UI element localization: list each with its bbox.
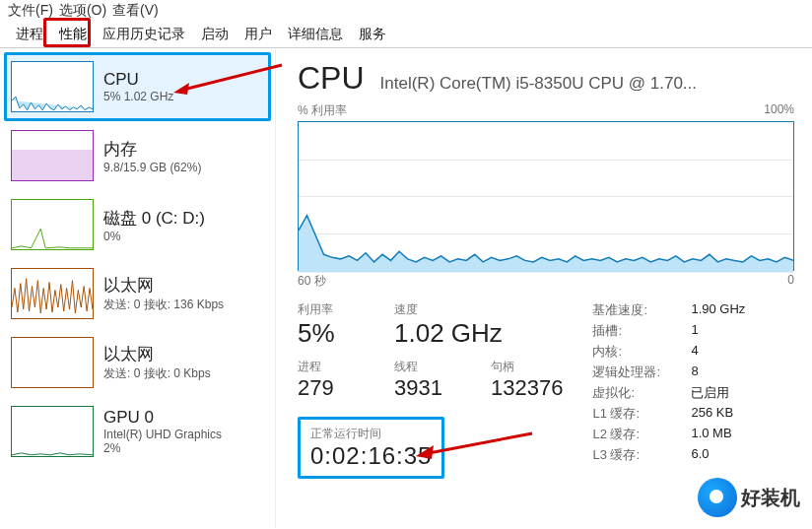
sockets-label: 插槽: bbox=[592, 322, 691, 340]
util-value: 5% bbox=[298, 318, 367, 349]
eth2-title: 以太网 bbox=[103, 343, 211, 365]
cores-label: 内核: bbox=[592, 343, 691, 361]
l3-val: 6.0 bbox=[691, 446, 709, 464]
gpu-sub2: 2% bbox=[103, 441, 222, 455]
l2-label: L2 缓存: bbox=[592, 426, 691, 443]
thread-label: 线程 bbox=[394, 359, 463, 375]
sidebar-item-ethernet-1[interactable]: 以太网 发送: 0 接收: 136 Kbps bbox=[4, 259, 271, 328]
tab-services[interactable]: 服务 bbox=[351, 22, 394, 47]
watermark-icon bbox=[698, 478, 737, 517]
gpu-mini-graph bbox=[11, 406, 94, 457]
sidebar-item-memory[interactable]: 内存 9.8/15.9 GB (62%) bbox=[4, 121, 271, 190]
util-label: 利用率 bbox=[298, 301, 367, 318]
base-label: 基准速度: bbox=[592, 301, 691, 319]
tab-startup[interactable]: 启动 bbox=[193, 22, 237, 47]
sidebar: CPU 5% 1.02 GHz 内存 9.8/15.9 GB (62%) 磁盘 … bbox=[0, 48, 276, 528]
sidebar-item-cpu[interactable]: CPU 5% 1.02 GHz bbox=[4, 52, 271, 121]
l3-label: L3 缓存: bbox=[592, 446, 691, 464]
sidebar-item-gpu[interactable]: GPU 0 Intel(R) UHD Graphics 2% bbox=[4, 397, 271, 466]
uptime-label: 正常运行时间 bbox=[310, 426, 432, 442]
disk-mini-graph bbox=[11, 199, 94, 250]
tab-performance[interactable]: 性能 bbox=[51, 22, 95, 47]
menubar: 文件(F) 选项(O) 查看(V) bbox=[0, 0, 812, 22]
tab-users[interactable]: 用户 bbox=[237, 22, 280, 47]
eth2-sub: 发送: 0 接收: 0 Kbps bbox=[103, 365, 211, 382]
cpu-sub: 5% 1.02 GHz bbox=[103, 90, 173, 103]
chart-top-left: % 利用率 bbox=[298, 102, 347, 119]
tab-details[interactable]: 详细信息 bbox=[280, 22, 351, 47]
detail-pane: CPU Intel(R) Core(TM) i5-8350U CPU @ 1.7… bbox=[276, 48, 812, 528]
tab-processes[interactable]: 进程 bbox=[8, 22, 51, 47]
gpu-sub1: Intel(R) UHD Graphics bbox=[103, 428, 222, 441]
disk-title: 磁盘 0 (C: D:) bbox=[103, 207, 205, 230]
cores-val: 4 bbox=[691, 343, 698, 361]
eth1-mini-graph bbox=[11, 268, 94, 319]
uptime-box: 正常运行时间 0:02:16:35 bbox=[298, 417, 444, 479]
menu-view[interactable]: 查看(V) bbox=[112, 2, 159, 20]
mem-sub: 9.8/15.9 GB (62%) bbox=[103, 161, 201, 174]
virt-val: 已启用 bbox=[691, 384, 729, 402]
sidebar-item-ethernet-2[interactable]: 以太网 发送: 0 接收: 0 Kbps bbox=[4, 328, 271, 397]
sockets-val: 1 bbox=[691, 322, 698, 340]
menu-options[interactable]: 选项(O) bbox=[59, 2, 106, 20]
chart-top-right: 100% bbox=[764, 102, 794, 119]
virt-label: 虚拟化: bbox=[592, 384, 691, 402]
menu-file[interactable]: 文件(F) bbox=[8, 2, 53, 20]
sidebar-item-disk[interactable]: 磁盘 0 (C: D:) 0% bbox=[4, 190, 271, 259]
watermark: 好装机 bbox=[698, 478, 800, 517]
l2-val: 1.0 MB bbox=[691, 426, 731, 443]
logical-val: 8 bbox=[691, 364, 698, 381]
handle-label: 句柄 bbox=[491, 359, 563, 375]
speed-label: 速度 bbox=[394, 301, 503, 318]
mem-title: 内存 bbox=[103, 138, 201, 161]
cpu-title: CPU bbox=[103, 70, 173, 90]
watermark-text: 好装机 bbox=[741, 485, 800, 511]
cpu-mini-graph bbox=[11, 61, 94, 112]
logical-label: 逻辑处理器: bbox=[592, 364, 691, 381]
gpu-title: GPU 0 bbox=[103, 408, 222, 428]
mem-mini-graph bbox=[11, 130, 94, 181]
cpu-chart bbox=[298, 121, 794, 271]
proc-label: 进程 bbox=[298, 359, 367, 375]
detail-title: CPU bbox=[298, 60, 365, 97]
speed-value: 1.02 GHz bbox=[394, 318, 503, 349]
l1-val: 256 KB bbox=[691, 405, 733, 423]
thread-value: 3931 bbox=[394, 375, 463, 401]
eth2-mini-graph bbox=[11, 337, 94, 388]
tab-bar: 进程 性能 应用历史记录 启动 用户 详细信息 服务 bbox=[0, 22, 812, 48]
base-val: 1.90 GHz bbox=[691, 301, 745, 319]
detail-model: Intel(R) Core(TM) i5-8350U CPU @ 1.70... bbox=[380, 74, 697, 94]
handle-value: 132376 bbox=[491, 375, 563, 401]
disk-sub: 0% bbox=[103, 230, 205, 243]
chart-bottom-left: 60 秒 bbox=[298, 273, 326, 290]
eth1-sub: 发送: 0 接收: 136 Kbps bbox=[103, 297, 224, 313]
l1-label: L1 缓存: bbox=[592, 405, 691, 423]
eth1-title: 以太网 bbox=[103, 274, 224, 297]
uptime-value: 0:02:16:35 bbox=[310, 442, 432, 470]
chart-bottom-right: 0 bbox=[787, 273, 794, 290]
tab-app-history[interactable]: 应用历史记录 bbox=[95, 22, 193, 47]
proc-value: 279 bbox=[298, 375, 367, 401]
